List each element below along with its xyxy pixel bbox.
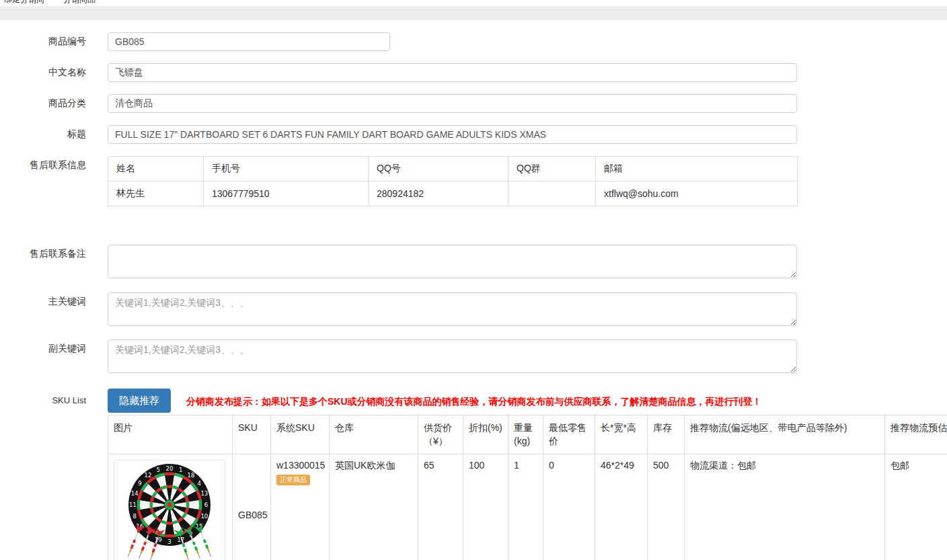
contact-col-phone: 手机号	[204, 157, 369, 182]
supply-price-value: 65	[418, 454, 463, 560]
contact-name-value: 林先生	[108, 182, 204, 206]
sku-col-warehouse: 仓库	[330, 415, 418, 454]
sku-col-stock: 库存	[648, 415, 685, 454]
category-input[interactable]	[108, 94, 797, 113]
sku-col-weight: 重量(kg)	[508, 415, 543, 454]
svg-text:8: 8	[132, 513, 136, 520]
svg-text:9: 9	[138, 480, 141, 487]
contact-col-email: 邮箱	[596, 157, 798, 182]
title-label: 标题	[0, 125, 86, 141]
contact-email-value: xtflwq@sohu.com	[596, 182, 798, 206]
system-sku-value: w13300015	[276, 460, 324, 471]
topnav-item-distributor[interactable]: 绑定分销商	[4, 0, 44, 5]
contact-row: 林先生 13067779510 280924182 xtflwq@sohu.co…	[108, 182, 798, 206]
category-label: 商品分类	[0, 94, 86, 110]
main-keywords-textarea[interactable]	[108, 292, 797, 326]
contact-qqgroup-value	[508, 182, 596, 206]
main-keywords-label: 主关键词	[0, 292, 86, 308]
sub-keywords-textarea[interactable]	[108, 339, 797, 373]
svg-text:5: 5	[156, 467, 159, 473]
svg-text:6: 6	[204, 502, 208, 508]
hide-recommend-button[interactable]: 隐藏推荐	[108, 389, 171, 413]
chinese-name-input[interactable]	[108, 63, 797, 82]
warehouse-value: 英国UK欧米伽	[330, 454, 418, 560]
contact-qq-value: 280924182	[369, 182, 508, 206]
svg-text:13: 13	[200, 490, 208, 497]
svg-text:14: 14	[131, 490, 139, 497]
svg-text:1: 1	[179, 467, 182, 473]
sku-value: GB085	[233, 454, 271, 560]
top-nav: 绑定分销商 分销商品	[0, 0, 947, 6]
svg-text:12: 12	[145, 472, 152, 479]
weight-value: 1	[508, 454, 543, 560]
contact-col-name: 姓名	[108, 157, 204, 182]
svg-text:11: 11	[129, 502, 137, 508]
product-code-label: 商品编号	[0, 32, 86, 48]
sku-table-wrap: 图片 SKU 系统SKU 仓库 供货价（¥） 折扣(%) 重量(kg) 最低零售…	[108, 415, 947, 560]
chinese-name-label: 中文名称	[0, 63, 86, 79]
contact-col-qqgroup: QQ群	[508, 157, 596, 182]
logistics-value: 物流渠道：包邮	[685, 454, 885, 560]
sku-col-logistics: 推荐物流(偏远地区、带电产品等除外)	[685, 415, 885, 454]
sku-table: 图片 SKU 系统SKU 仓库 供货价（¥） 折扣(%) 重量(kg) 最低零售…	[108, 415, 947, 560]
contact-phone-value: 13067779510	[204, 182, 369, 206]
svg-text:10: 10	[200, 513, 208, 520]
estimated-fee-value: 包邮	[885, 454, 947, 560]
sku-col-dimensions: 长*宽*高	[595, 415, 648, 454]
distributor-publish-notice: 分销商发布提示：如果以下是多个SKU或分销商没有该商品的销售经验，请分销商发布前…	[186, 393, 762, 408]
sku-col-supply-price: 供货价（¥）	[418, 415, 463, 454]
sku-col-discount: 折扣(%)	[463, 415, 508, 454]
aftersales-remark-label: 售后联系备注	[0, 245, 86, 260]
sku-table-row: 2011841361015217319716811149125 GB085 w1…	[108, 454, 947, 560]
svg-text:3: 3	[167, 538, 171, 545]
aftersales-contact-table: 姓名 手机号 QQ号 QQ群 邮箱 林先生 13067779510 280924…	[108, 156, 798, 206]
dartboard-image: 2011841361015217319716811149125	[116, 460, 223, 560]
dimensions-value: 46*2*49	[595, 454, 648, 560]
title-input[interactable]	[108, 125, 797, 144]
sub-keywords-label: 副关键词	[0, 339, 86, 355]
discount-value: 100	[463, 454, 508, 560]
sku-col-image: 图片	[108, 415, 233, 454]
sku-col-sku: SKU	[233, 415, 271, 454]
product-edit-form: 商品编号 中文名称 商品分类 标题 售后联系信息 姓名 手机号	[0, 20, 947, 560]
top-gray-bar	[0, 6, 947, 20]
sku-col-system-sku: 系统SKU	[271, 415, 330, 454]
product-status-badge: 正常商品	[276, 475, 310, 485]
product-code-input[interactable]	[108, 32, 390, 51]
topnav-item-products[interactable]: 分销商品	[63, 0, 96, 5]
sku-col-min-retail: 最低零售价	[543, 415, 595, 454]
svg-text:4: 4	[197, 480, 200, 487]
aftersales-contact-label: 售后联系信息	[0, 156, 86, 171]
svg-text:18: 18	[188, 472, 195, 479]
product-image: 2011841361015217319716811149125	[114, 460, 225, 560]
sku-col-estimated-fee: 推荐物流预估尾	[885, 415, 947, 454]
stock-value: 500	[648, 454, 685, 560]
min-retail-value: 0	[543, 454, 595, 560]
contact-col-qq: QQ号	[369, 157, 508, 182]
svg-text:20: 20	[166, 465, 174, 472]
sku-list-label: SKU List	[0, 389, 86, 405]
aftersales-remark-textarea[interactable]	[108, 245, 797, 278]
